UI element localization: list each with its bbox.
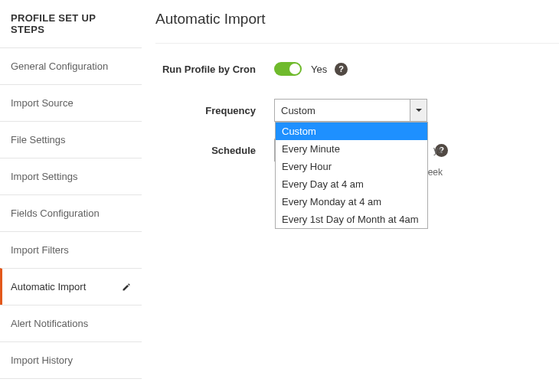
sidebar-item-general-configuration[interactable]: General Configuration [0,47,142,84]
sidebar-item-label: Import History [11,354,73,366]
sidebar-item-label: File Settings [11,134,66,145]
toggle-value-text: Yes [311,64,327,75]
sidebar-item-label: Alert Notifications [11,318,88,329]
sidebar-heading: PROFILE SET UP STEPS [0,0,142,47]
frequency-selected-value: Custom [281,105,315,116]
sidebar-list: General Configuration Import Source File… [0,47,142,379]
frequency-option-every-hour[interactable]: Every Hour [276,158,427,175]
field-label-frequency: Frequency [155,105,274,116]
sidebar-item-import-source[interactable]: Import Source [0,84,142,121]
sidebar-item-automatic-import[interactable]: Automatic Import [0,268,142,305]
sidebar: PROFILE SET UP STEPS General Configurati… [0,0,142,379]
sidebar-item-label: Automatic Import [11,281,86,292]
frequency-option-every-monday[interactable]: Every Monday at 4 am [276,193,427,211]
field-label-schedule: Schedule [155,145,274,156]
main-content: Automatic Import Run Profile by Cron Yes… [142,0,559,379]
sidebar-item-label: Import Filters [11,244,69,256]
sidebar-item-label: General Configuration [11,60,108,72]
sidebar-item-import-filters[interactable]: Import Filters [0,231,142,268]
frequency-option-first-of-month[interactable]: Every 1st Day of Month at 4am [276,211,427,228]
frequency-dropdown: Custom Every Minute Every Hour Every Day… [275,122,428,229]
frequency-option-every-day[interactable]: Every Day at 4 am [276,175,427,193]
field-frequency: Frequency Custom Custom Every Minute Eve… [155,99,559,122]
field-run-by-cron: Run Profile by Cron Yes ? [155,62,559,76]
sidebar-item-alert-notifications[interactable]: Alert Notifications [0,305,142,341]
frequency-select[interactable]: Custom Custom Every Minute Every Hour Ev… [274,99,427,122]
sidebar-item-label: Fields Configuration [11,207,100,219]
sidebar-item-import-settings[interactable]: Import Settings [0,158,142,194]
pencil-icon [122,283,131,292]
sidebar-item-file-settings[interactable]: File Settings [0,121,142,158]
toggle-run-by-cron[interactable] [274,62,302,76]
chevron-down-icon [410,100,427,121]
help-icon[interactable]: ? [335,63,348,76]
sidebar-item-fields-configuration[interactable]: Fields Configuration [0,194,142,231]
sidebar-item-import-history[interactable]: Import History [0,341,142,379]
frequency-option-custom[interactable]: Custom [276,122,427,140]
divider [155,43,559,44]
field-label-run-by-cron: Run Profile by Cron [155,64,274,75]
sidebar-item-label: Import Source [11,97,74,109]
sidebar-item-label: Import Settings [11,171,77,182]
frequency-option-every-minute[interactable]: Every Minute [276,140,427,158]
page-title: Automatic Import [155,11,559,28]
